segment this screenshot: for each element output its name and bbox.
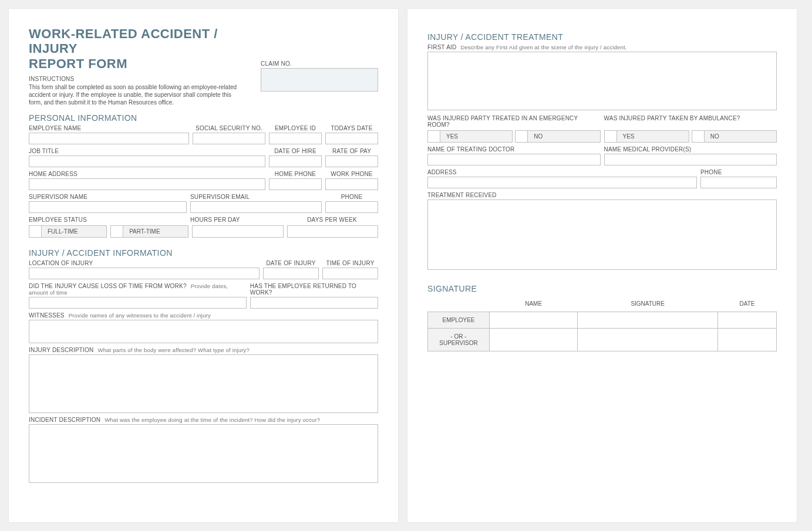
sig-employee-date[interactable] [718,312,777,329]
field-witnesses[interactable] [29,320,378,343]
label-ssn: SOCIAL SECURITY NO. [193,125,265,131]
sig-row-employee: EMPLOYEE [428,312,490,329]
section-signature: SIGNATURE [427,284,777,293]
label-supervisor-name: SUPERVISOR NAME [29,194,187,200]
label-home-phone: HOME PHONE [269,171,322,177]
field-medical-provider[interactable] [604,154,777,165]
label-treatment-received: TREATMENT RECEIVED [427,192,777,198]
section-injury-accident-information: INJURY / ACCIDENT INFORMATION [29,248,378,258]
label-returned-to-work: HAS THE EMPLOYEE RETURNED TO WORK? [250,283,378,296]
label-home-address: HOME ADDRESS [29,171,265,177]
field-sup-phone[interactable] [325,201,378,213]
label-loss-time: DID THE INJURY CAUSE LOSS OF TIME FROM W… [29,283,247,296]
label-treating-doctor: NAME OF TREATING DOCTOR [427,146,601,153]
field-supervisor-email[interactable] [190,201,322,213]
label-full-time: FULL-TIME [42,225,107,238]
label-job-title: JOB TITLE [29,148,265,154]
sig-col-name: NAME [490,296,578,312]
title-line-2: REPORT FORM [29,56,127,71]
label-date-of-injury: DATE OF INJURY [263,260,319,266]
checkbox-amb-yes[interactable] [604,130,617,143]
field-job-title[interactable] [29,155,265,167]
label-treatment-address: ADDRESS [427,169,697,175]
label-injury-description: INJURY DESCRIPTION What parts of the bod… [29,347,378,353]
label-employee-id: EMPLOYEE ID [269,125,322,131]
signature-table: NAME SIGNATURE DATE EMPLOYEE - OR - SUPE… [427,296,777,351]
label-work-phone: WORK PHONE [325,171,378,177]
sig-supervisor-signature[interactable] [578,329,718,351]
sig-col-signature: SIGNATURE [578,296,718,312]
sig-col-date: DATE [718,296,777,312]
field-home-address[interactable] [29,178,265,190]
label-sup-phone: PHONE [325,194,378,200]
field-location-of-injury[interactable] [29,268,260,279]
sig-employee-signature[interactable] [578,312,718,329]
field-employee-name[interactable] [29,133,189,144]
field-treatment-phone[interactable] [700,177,777,188]
checkbox-full-time[interactable] [29,225,42,238]
label-date-of-hire: DATE OF HIRE [269,148,322,154]
field-first-aid[interactable] [427,52,777,110]
checkbox-er-yes[interactable] [427,130,440,143]
field-time-of-injury[interactable] [322,268,378,279]
label-todays-date: TODAYS DATE [325,125,378,131]
sig-employee-name[interactable] [490,312,578,329]
field-injury-description[interactable] [29,354,378,413]
instructions-label: INSTRUCTIONS [29,76,243,82]
instructions-text: This form shall be completed as soon as … [29,83,243,106]
label-er-yes: YES [440,130,513,143]
label-er-question: WAS INJURED PARTY TREATED IN AN EMERGENC… [427,115,601,128]
label-treatment-phone: PHONE [700,169,777,175]
label-amb-no: NO [705,130,777,143]
label-medical-provider: NAME MEDICAL PROVIDER(S) [604,146,777,153]
field-home-phone[interactable] [269,178,322,190]
field-treatment-received[interactable] [427,199,777,270]
field-returned-to-work[interactable] [250,297,378,309]
field-treating-doctor[interactable] [427,154,601,165]
checkbox-er-no[interactable] [515,130,528,143]
title-line-1: WORK-RELATED ACCIDENT / INJURY [29,26,218,56]
page-1: WORK-RELATED ACCIDENT / INJURY REPORT FO… [8,8,399,523]
label-time-of-injury: TIME OF INJURY [322,260,378,266]
label-employee-name: EMPLOYEE NAME [29,125,189,131]
label-er-no: NO [528,130,600,143]
field-date-of-hire[interactable] [269,155,322,167]
form-title: WORK-RELATED ACCIDENT / INJURY REPORT FO… [29,26,243,71]
claim-no-label: CLAIM NO. [261,60,378,67]
label-part-time: PART-TIME [123,225,188,238]
sig-supervisor-name[interactable] [490,329,578,351]
field-todays-date[interactable] [325,133,378,144]
field-days-per-week[interactable] [287,225,378,238]
label-hours-per-day: HOURS PER DAY [190,217,282,223]
checkbox-part-time[interactable] [110,225,123,238]
field-hours-per-day[interactable] [192,225,283,238]
page-2: INJURY / ACCIDENT TREATMENT FIRST AID De… [407,8,797,523]
checkbox-amb-no[interactable] [692,130,705,143]
label-amb-yes: YES [617,130,689,143]
label-incident-description: INCIDENT DESCRIPTION What was the employ… [29,417,378,423]
field-employee-id[interactable] [269,133,322,144]
field-work-phone[interactable] [325,178,378,190]
section-personal-information: PERSONAL INFORMATION [29,113,378,123]
label-employee-status: EMPLOYEE STATUS [29,217,187,223]
field-rate-of-pay[interactable] [325,155,378,167]
field-loss-time[interactable] [29,297,247,309]
field-incident-description[interactable] [29,424,378,483]
claim-no-field[interactable] [261,68,378,92]
label-days-per-week: DAYS PER WEEK [286,217,378,223]
label-location-of-injury: LOCATION OF INJURY [29,260,260,266]
sig-row-supervisor: - OR - SUPERVISOR [428,329,490,351]
section-injury-accident-treatment: INJURY / ACCIDENT TREATMENT [427,32,777,42]
label-first-aid: FIRST AID Describe any First Aid given a… [427,44,777,50]
label-ambulance-question: WAS INJURED PARTY TAKEN BY AMBULANCE? [604,115,777,121]
field-date-of-injury[interactable] [263,268,319,279]
label-witnesses: WITNESSES Provide names of any witnesses… [29,312,378,319]
field-supervisor-name[interactable] [29,201,187,213]
field-treatment-address[interactable] [427,177,697,188]
label-supervisor-email: SUPERVISOR EMAIL [190,194,322,200]
label-rate-of-pay: RATE OF PAY [325,148,378,154]
sig-supervisor-date[interactable] [718,329,777,351]
field-ssn[interactable] [193,133,265,144]
